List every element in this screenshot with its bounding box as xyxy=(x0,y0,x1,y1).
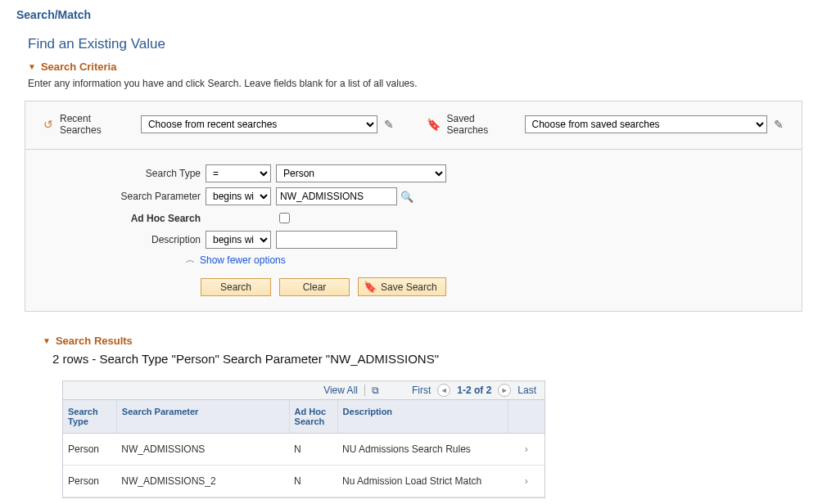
show-fewer-options-link[interactable]: ︿ Show fewer options xyxy=(186,254,785,266)
search-parameter-input[interactable] xyxy=(276,187,397,205)
search-criteria-box: ↺ Recent Searches Choose from recent sea… xyxy=(25,101,802,312)
cell-adhoc: N xyxy=(289,466,337,497)
search-criteria-label: Search Criteria xyxy=(41,61,117,73)
chevron-down-icon: ▼ xyxy=(28,62,36,71)
instructions-text: Enter any information you have and click… xyxy=(28,78,811,89)
edit-recent-icon[interactable]: ✎ xyxy=(384,118,394,131)
searches-row: ↺ Recent Searches Choose from recent sea… xyxy=(25,101,802,150)
row-open-icon[interactable]: › xyxy=(508,466,545,497)
page-title: Search/Match xyxy=(16,8,811,21)
next-button[interactable]: ► xyxy=(498,384,511,397)
description-label: Description xyxy=(42,234,206,245)
chevron-up-icon: ︿ xyxy=(186,254,195,266)
search-criteria-toggle[interactable]: ▼ Search Criteria xyxy=(28,61,811,73)
col-header-search-parameter[interactable]: Search Parameter xyxy=(116,400,289,434)
table-row[interactable]: Person NW_ADMISSIONS N NU Admissions Sea… xyxy=(63,434,545,466)
row-range: 1-2 of 2 xyxy=(457,385,491,396)
view-all-link[interactable]: View All xyxy=(323,385,358,396)
first-link[interactable]: First xyxy=(412,385,431,396)
bookmark-icon: 🔖 xyxy=(364,281,377,293)
results-summary: 2 rows - Search Type "Person" Search Par… xyxy=(52,352,811,366)
grid-toolbar: View All ⧉ First ◄ 1-2 of 2 ► Last xyxy=(63,380,545,400)
chevron-down-icon: ▼ xyxy=(43,336,51,345)
description-operator[interactable]: begins with xyxy=(206,231,271,249)
save-search-button[interactable]: 🔖 Save Search xyxy=(358,277,446,296)
search-type-value[interactable]: Person xyxy=(276,164,446,182)
lookup-icon[interactable]: 🔍 xyxy=(400,191,414,203)
cell-search-type: Person xyxy=(63,434,116,466)
prev-button[interactable]: ◄ xyxy=(437,384,450,397)
recent-searches-select[interactable]: Choose from recent searches xyxy=(141,115,377,133)
description-input[interactable] xyxy=(276,231,397,249)
col-header-description[interactable]: Description xyxy=(337,400,508,434)
search-type-label: Search Type xyxy=(42,168,206,179)
history-icon: ↺ xyxy=(43,118,53,131)
edit-saved-icon[interactable]: ✎ xyxy=(774,118,784,131)
search-parameter-label: Search Parameter xyxy=(42,191,206,202)
cell-description: NU Admissions Search Rules xyxy=(337,434,508,466)
row-open-icon[interactable]: › xyxy=(508,434,545,466)
cell-search-parameter: NW_ADMISSIONS xyxy=(116,434,289,466)
adhoc-label: Ad Hoc Search xyxy=(42,213,206,224)
search-type-operator[interactable]: = xyxy=(206,164,271,182)
results-grid: View All ⧉ First ◄ 1-2 of 2 ► Last Searc… xyxy=(62,380,545,498)
clear-button[interactable]: Clear xyxy=(279,278,350,296)
saved-searches-select[interactable]: Choose from saved searches xyxy=(525,115,767,133)
search-results-label: Search Results xyxy=(56,335,133,347)
cell-search-parameter: NW_ADMISSIONS_2 xyxy=(116,466,289,497)
saved-searches-label: Saved Searches xyxy=(447,113,518,136)
table-row[interactable]: Person NW_ADMISSIONS_2 N Nu Admission Lo… xyxy=(63,466,545,497)
show-fewer-label: Show fewer options xyxy=(200,254,286,266)
search-button[interactable]: Search xyxy=(201,278,271,296)
cell-search-type: Person xyxy=(63,466,116,497)
recent-searches-label: Recent Searches xyxy=(60,113,134,136)
col-header-search-type[interactable]: Search Type xyxy=(63,400,116,434)
col-header-adhoc[interactable]: Ad Hoc Search xyxy=(289,400,337,434)
fields-area: Search Type = Person Search Parameter be… xyxy=(25,150,802,311)
col-header-go xyxy=(508,400,545,434)
cell-description: Nu Admission Load Strict Match xyxy=(337,466,508,497)
save-search-label: Save Search xyxy=(381,281,437,293)
search-parameter-operator[interactable]: begins with xyxy=(206,187,271,205)
find-existing-value-header: Find an Existing Value xyxy=(28,36,811,52)
search-results-toggle[interactable]: ▼ Search Results xyxy=(43,335,811,347)
bookmark-icon: 🔖 xyxy=(427,118,441,131)
cell-adhoc: N xyxy=(289,434,337,466)
popout-icon[interactable]: ⧉ xyxy=(372,385,379,396)
last-link[interactable]: Last xyxy=(517,385,536,396)
adhoc-checkbox[interactable] xyxy=(279,213,290,223)
